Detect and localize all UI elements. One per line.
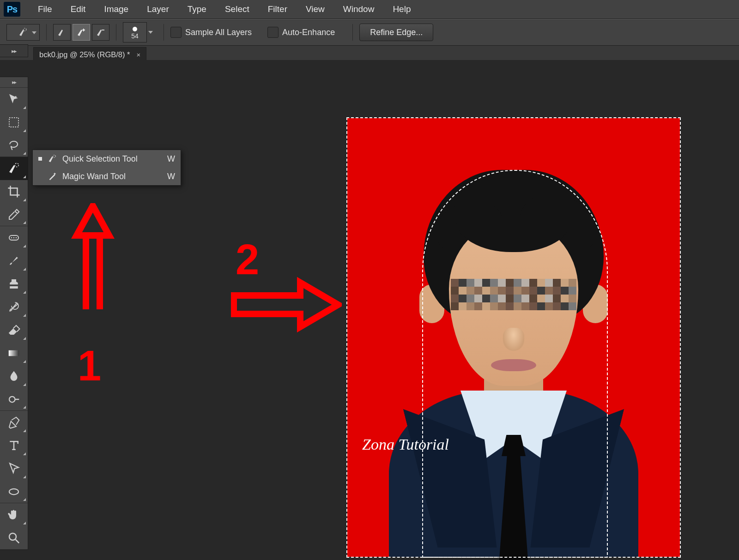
flyout-indicator-icon	[23, 429, 26, 432]
sample-all-layers-label: Sample All Layers	[185, 28, 252, 37]
menu-image[interactable]: Image	[95, 4, 138, 14]
flyout-item-shortcut: W	[162, 172, 175, 181]
checkbox-icon	[170, 27, 182, 38]
flyout-indicator-icon	[23, 221, 26, 224]
flyout-indicator-icon	[23, 337, 26, 340]
svg-point-9	[9, 488, 18, 494]
healing-brush-tool[interactable]	[0, 226, 28, 249]
menu-view[interactable]: View	[297, 4, 334, 14]
svg-point-10	[9, 533, 16, 540]
quick-selection-icon	[47, 153, 58, 164]
menu-file[interactable]: File	[29, 4, 61, 14]
brush-preview-dot	[133, 27, 137, 31]
move-tool[interactable]	[0, 88, 28, 111]
type-tool[interactable]	[0, 434, 28, 457]
svg-point-11	[53, 155, 56, 158]
svg-point-2	[15, 163, 18, 167]
document-canvas[interactable]: Zona Tutorial	[347, 118, 680, 557]
menu-help[interactable]: Help	[383, 4, 420, 14]
quick-selection-icon	[18, 27, 29, 38]
flyout-indicator-icon	[23, 106, 26, 109]
svg-rect-1	[9, 118, 18, 127]
flyout-indicator-icon	[23, 199, 26, 201]
document-tab-bar: bck0.jpg @ 25% (RGB/8) * ×	[0, 46, 739, 62]
eyedropper-tool[interactable]	[0, 203, 28, 226]
close-icon[interactable]: ×	[137, 51, 141, 59]
refine-edge-button[interactable]: Refine Edge...	[359, 24, 433, 41]
flyout-indicator-icon	[23, 383, 26, 386]
document-tab[interactable]: bck0.jpg @ 25% (RGB/8) * ×	[33, 47, 146, 61]
divider	[352, 24, 353, 41]
flyout-indicator-icon	[23, 245, 26, 247]
marquee-tool[interactable]	[0, 111, 28, 134]
history-brush-tool[interactable]	[0, 295, 28, 319]
tool-preset-picker[interactable]	[6, 24, 40, 41]
chevron-right-icon: ▸▸	[12, 79, 16, 85]
document-tab-title: bck0.jpg @ 25% (RGB/8) *	[39, 50, 130, 59]
flyout-indicator-icon	[23, 129, 26, 132]
svg-point-4	[11, 237, 12, 239]
gradient-tool[interactable]	[0, 342, 28, 365]
pen-tool[interactable]	[0, 411, 28, 434]
flyout-quick-selection[interactable]: Quick Selection Tool W	[33, 150, 181, 168]
add-to-selection-button[interactable]	[73, 24, 90, 41]
magic-wand-icon	[47, 171, 58, 182]
lasso-tool[interactable]	[0, 134, 28, 157]
flyout-item-shortcut: W	[162, 154, 175, 164]
selected-indicator-icon	[38, 157, 42, 161]
flyout-indicator-icon	[23, 291, 26, 294]
menu-bar: Ps File Edit Image Layer Type Select Fil…	[0, 0, 739, 19]
menu-type[interactable]: Type	[178, 4, 216, 14]
eraser-tool[interactable]	[0, 319, 28, 342]
crop-tool[interactable]	[0, 180, 28, 203]
tool-flyout-menu: Quick Selection Tool W Magic Wand Tool W	[32, 150, 181, 186]
flyout-magic-wand[interactable]: Magic Wand Tool W	[33, 168, 181, 185]
toolbar-collapse-handle[interactable]: ▸▸	[0, 77, 28, 88]
menu-layer[interactable]: Layer	[138, 4, 178, 14]
checkbox-icon	[267, 27, 279, 38]
options-bar: 54 Sample All Layers Auto-Enhance Refine…	[0, 19, 739, 46]
brush-picker[interactable]: 54	[123, 22, 157, 42]
flyout-indicator-icon	[23, 522, 26, 524]
svg-point-5	[13, 237, 15, 239]
panel-expand-handle[interactable]: ▸▸	[0, 44, 28, 57]
svg-point-6	[16, 237, 17, 239]
brush-tool[interactable]	[0, 249, 28, 272]
menu-select[interactable]: Select	[216, 4, 259, 14]
svg-point-8	[9, 396, 15, 402]
quick-selection-tool[interactable]	[0, 157, 28, 180]
svg-rect-7	[9, 350, 19, 356]
menu-filter[interactable]: Filter	[259, 4, 297, 14]
subtract-from-selection-button[interactable]	[92, 24, 109, 41]
flyout-indicator-icon	[23, 452, 26, 455]
app-logo-text: Ps	[7, 4, 17, 15]
flyout-indicator-icon	[23, 314, 26, 317]
divider	[164, 24, 164, 41]
clone-stamp-tool[interactable]	[0, 272, 28, 295]
brush-size-value: 54	[131, 32, 139, 40]
blur-tool[interactable]	[0, 365, 28, 388]
new-selection-button[interactable]	[53, 24, 71, 41]
path-selection-tool[interactable]	[0, 457, 28, 480]
chevron-right-icon: ▸▸	[12, 48, 16, 54]
hand-tool[interactable]	[0, 503, 28, 526]
auto-enhance-label: Auto-Enhance	[282, 28, 335, 37]
sample-all-layers-option[interactable]: Sample All Layers	[170, 27, 252, 38]
menu-window[interactable]: Window	[334, 4, 384, 14]
dodge-tool[interactable]	[0, 388, 28, 411]
flyout-indicator-icon	[23, 268, 26, 271]
flyout-indicator-icon	[23, 476, 26, 478]
flyout-indicator-icon	[23, 406, 26, 409]
flyout-item-label: Quick Selection Tool	[62, 154, 162, 164]
shape-tool[interactable]	[0, 480, 28, 503]
auto-enhance-option[interactable]: Auto-Enhance	[267, 27, 335, 38]
selection-outline	[422, 170, 608, 558]
tools-panel: ▸▸	[0, 77, 28, 550]
watermark-text: Zona Tutorial	[362, 436, 449, 453]
flyout-indicator-icon	[23, 152, 26, 155]
flyout-indicator-icon	[23, 498, 26, 501]
menu-edit[interactable]: Edit	[61, 4, 95, 14]
selection-mode-group	[53, 24, 109, 41]
flyout-indicator-icon	[23, 360, 26, 363]
zoom-tool[interactable]	[0, 526, 28, 549]
